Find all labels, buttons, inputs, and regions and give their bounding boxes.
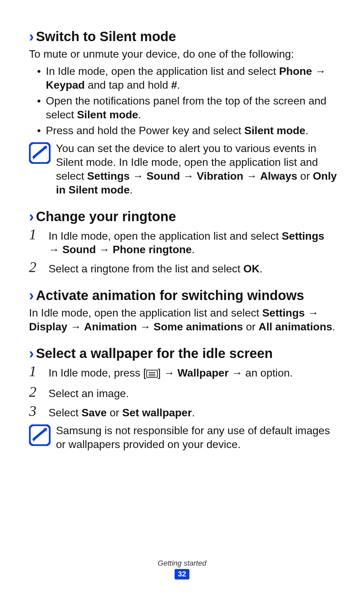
step-text: Select Save or Set wallpaper. <box>49 404 195 420</box>
text: Select a ringtone from the list and sele… <box>49 263 243 275</box>
note-icon <box>29 424 51 446</box>
silent-bullet-3: Press and hold the Power key and select … <box>37 124 338 138</box>
wallpaper-note-text: Samsung is not responsible for any use o… <box>56 424 338 451</box>
text: or <box>243 321 259 333</box>
bold: Sound <box>147 170 180 182</box>
ringtone-steps: 1 In Idle mode, open the application lis… <box>29 227 338 276</box>
bold: Silent mode <box>77 109 138 121</box>
footer-section-label: Getting started <box>0 559 364 568</box>
text: . <box>260 263 263 275</box>
text: → <box>312 65 326 77</box>
chevron-right-icon: › <box>29 346 33 361</box>
wallpaper-step-2: 2 Select an image. <box>29 385 338 400</box>
bold: Display <box>29 321 67 333</box>
text: In Idle mode, open the application list … <box>49 230 282 242</box>
text: → <box>137 321 154 333</box>
step-text: Select a ringtone from the list and sele… <box>49 260 263 276</box>
silent-note: You can set the device to alert you to v… <box>29 142 338 197</box>
silent-bullet-2: Open the notifications panel from the to… <box>37 94 338 122</box>
text: In Idle mode, press [ <box>49 367 146 379</box>
step-number: 2 <box>29 385 44 399</box>
page-number-badge: 32 <box>175 569 189 579</box>
bold: Settings <box>282 230 324 242</box>
heading-ringtone: › Change your ringtone <box>29 208 338 225</box>
bold: Save <box>82 407 107 419</box>
step-number: 1 <box>29 364 44 379</box>
heading-animation: › Activate animation for switching windo… <box>29 287 338 303</box>
bold: Some animations <box>154 321 243 333</box>
chevron-right-icon: › <box>29 209 33 224</box>
wallpaper-step-1: 1 In Idle mode, press [] → Wallpaper → a… <box>29 364 338 381</box>
text: and tap and hold <box>85 79 171 91</box>
text: → an option. <box>229 367 293 379</box>
animation-text: In Idle mode, open the application list … <box>29 306 338 334</box>
text: . <box>138 109 141 121</box>
chevron-right-icon: › <box>29 29 33 44</box>
text: or <box>297 170 313 182</box>
step-number: 3 <box>29 404 44 419</box>
wallpaper-note: Samsung is not responsible for any use o… <box>29 424 338 451</box>
bold: # <box>171 79 177 91</box>
step-text: In Idle mode, press [] → Wallpaper → an … <box>49 364 293 381</box>
text: → <box>243 170 260 182</box>
text: Press and hold the Power key and select <box>46 124 244 137</box>
bold: Settings <box>87 170 129 182</box>
text: . <box>305 124 308 137</box>
document-page: › Switch to Silent mode To mute or unmut… <box>0 0 364 597</box>
silent-bullet-list: In Idle mode, open the application list … <box>29 64 338 138</box>
text: ] → <box>158 367 178 379</box>
wallpaper-steps: 1 In Idle mode, press [] → Wallpaper → a… <box>29 364 338 420</box>
bold: Silent mode <box>244 124 305 137</box>
page-footer: Getting started 32 <box>0 559 364 579</box>
bold: Phone <box>279 65 312 77</box>
text: → <box>130 170 147 182</box>
text: . <box>177 79 180 91</box>
bold: Settings <box>262 307 305 319</box>
heading-text: Select a wallpaper for the idle screen <box>36 345 273 361</box>
bold: Set wallpaper <box>122 407 192 419</box>
bold: Always <box>260 170 297 182</box>
text: → <box>49 243 62 256</box>
step-number: 1 <box>29 227 44 242</box>
ringtone-step-2: 2 Select a ringtone from the list and se… <box>29 260 338 276</box>
bold: Vibration <box>197 170 243 182</box>
text: → <box>305 307 318 319</box>
heading-text: Switch to Silent mode <box>36 28 176 44</box>
heading-text: Change your ringtone <box>36 208 176 225</box>
text: → <box>96 243 113 256</box>
text: In Idle mode, open the application list … <box>29 307 262 319</box>
silent-intro: To mute or unmute your device, do one of… <box>29 47 338 61</box>
text: . <box>130 184 133 196</box>
bold: Animation <box>84 321 137 333</box>
step-text: Select an image. <box>49 385 129 400</box>
chevron-right-icon: › <box>29 288 33 303</box>
text: In Idle mode, open the application list … <box>46 65 279 77</box>
bold: All animations <box>259 321 332 333</box>
text: → <box>67 321 84 333</box>
bold: OK <box>243 263 260 275</box>
silent-note-text: You can set the device to alert you to v… <box>56 142 338 197</box>
text: . <box>192 407 195 419</box>
text: . <box>192 243 195 256</box>
wallpaper-step-3: 3 Select Save or Set wallpaper. <box>29 404 338 420</box>
bold: Wallpaper <box>178 367 229 379</box>
menu-key-icon <box>146 367 158 381</box>
step-number: 2 <box>29 260 44 275</box>
silent-bullet-1: In Idle mode, open the application list … <box>37 64 338 92</box>
heading-wallpaper: › Select a wallpaper for the idle screen <box>29 345 338 361</box>
text: → <box>180 170 197 182</box>
bold: Keypad <box>46 79 85 91</box>
text: . <box>332 321 335 333</box>
bold: Phone ringtone <box>113 243 192 256</box>
note-icon <box>29 142 51 164</box>
text: Select <box>49 407 82 419</box>
step-text: In Idle mode, open the application list … <box>49 227 338 257</box>
bold: Sound <box>62 243 96 256</box>
ringtone-step-1: 1 In Idle mode, open the application lis… <box>29 227 338 257</box>
text: or <box>107 407 122 419</box>
heading-text: Activate animation for switching windows <box>36 287 304 303</box>
heading-silent-mode: › Switch to Silent mode <box>29 28 338 44</box>
